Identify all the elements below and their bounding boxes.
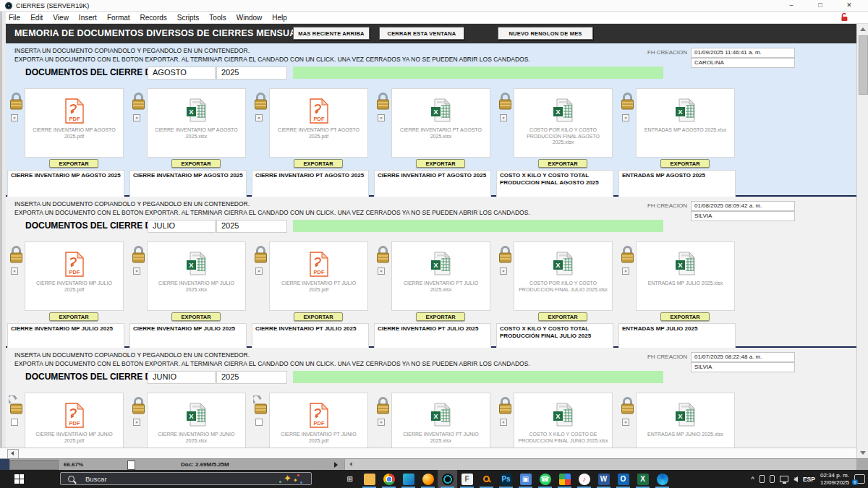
vertical-scrollbar[interactable]	[856, 24, 868, 458]
exportar-button[interactable]: EXPORTAR	[49, 312, 98, 321]
menu-item-window[interactable]: Window	[231, 14, 268, 22]
padlock-icon[interactable]	[498, 244, 513, 267]
padlock-icon[interactable]	[131, 91, 146, 114]
exportar-button[interactable]: EXPORTAR	[538, 159, 587, 168]
padlock-icon[interactable]	[131, 244, 146, 267]
start-button[interactable]	[14, 474, 24, 484]
year-field[interactable]: 2025	[216, 67, 287, 80]
remove-button[interactable]: ×	[622, 419, 629, 426]
document-container[interactable]: PDF X CIERRE INVENTARIO PT JUNIO 2025.pd…	[269, 393, 368, 448]
document-container[interactable]: PDF X CIERRE INVENTARIO PT AGOSTO 2025.x…	[391, 88, 490, 158]
month-field[interactable]: JUNIO	[148, 371, 216, 384]
google-meet-taskbar-icon[interactable]	[555, 470, 574, 488]
document-title-field[interactable]: CIERRE INVENTARIO MP AGOSTO 2025	[7, 170, 124, 200]
scroll-down-icon[interactable]	[860, 451, 866, 455]
document-title-field[interactable]: CIERRE INVENTARIO PT AGOSTO 2025	[374, 170, 491, 200]
firefox-taskbar-icon[interactable]	[418, 470, 438, 488]
photoshop-taskbar-icon[interactable]: Ps	[496, 470, 516, 488]
exportar-button[interactable]: EXPORTAR	[294, 159, 343, 168]
filemaker-taskbar-icon[interactable]	[438, 470, 457, 488]
month-field[interactable]: AGOSTO	[148, 67, 216, 80]
menu-item-edit[interactable]: Edit	[25, 14, 48, 22]
padlock-icon[interactable]	[131, 395, 146, 419]
document-container[interactable]: PDF X CIERRE INVENTARIO PT JULIO 2025.pd…	[269, 241, 368, 311]
padlock-icon[interactable]	[9, 395, 24, 419]
volume-icon[interactable]	[793, 476, 798, 482]
clock[interactable]: 02:34 p. m. 12/09/2025	[820, 472, 849, 486]
exportar-button[interactable]: EXPORTAR	[538, 312, 587, 321]
menu-item-view[interactable]: View	[48, 14, 74, 22]
padlock-icon[interactable]	[620, 91, 635, 114]
creation-user-field[interactable]: SILVIA	[691, 362, 795, 372]
status-scroll-thumb[interactable]	[9, 460, 59, 470]
padlock-icon[interactable]	[9, 91, 24, 114]
phone-icon[interactable]	[770, 475, 775, 483]
remove-button[interactable]: ×	[378, 114, 385, 121]
whatsapp-taskbar-icon[interactable]: ☎	[535, 470, 555, 488]
document-container[interactable]: PDF X ENTRADAS MP AGOSTO 2025.xlsx	[636, 88, 735, 158]
remove-button[interactable]: ×	[500, 267, 507, 275]
remove-button[interactable]: ×	[378, 267, 385, 275]
edge-taskbar-icon[interactable]	[652, 470, 672, 488]
padlock-icon[interactable]	[253, 244, 268, 267]
remove-button[interactable]: ×	[133, 419, 140, 426]
remove-button[interactable]: ×	[255, 267, 263, 275]
lock-checkbox[interactable]	[11, 419, 18, 426]
language-indicator[interactable]: ESP	[803, 476, 815, 483]
layout-unlock-icon[interactable]	[840, 12, 848, 25]
scroll-up-icon[interactable]	[860, 27, 866, 31]
menu-item-tools[interactable]: Tools	[204, 14, 231, 22]
exportar-button[interactable]: EXPORTAR	[171, 159, 221, 168]
document-title-field[interactable]: COSTO X KILO Y COSTO TOTAL PRODUCCION FI…	[496, 170, 613, 200]
photos-app-taskbar-icon[interactable]: ▣	[516, 470, 535, 488]
document-container[interactable]: PDF X COSTO POR KILO Y COSTO PRODUCCION …	[514, 88, 613, 158]
padlock-icon[interactable]	[498, 91, 513, 114]
taskbar-search[interactable]: Buscar ✦✦	[60, 472, 312, 485]
zoom-level[interactable]: 66.67%	[64, 461, 83, 468]
itunes-taskbar-icon[interactable]: ♪	[574, 470, 594, 488]
menu-item-help[interactable]: Help	[267, 14, 292, 22]
remove-button[interactable]: ×	[133, 267, 140, 275]
document-container[interactable]: PDF X COSTO POR KILO Y COSTO PRODUCCION …	[514, 241, 613, 311]
menu-item-records[interactable]: Records	[135, 14, 172, 22]
creation-datetime-field[interactable]: 01/09/2025 11:46:41 a. m.	[691, 48, 795, 58]
remove-button[interactable]: ×	[255, 114, 263, 121]
remove-button[interactable]: ×	[622, 267, 629, 275]
exportar-button[interactable]: EXPORTAR	[660, 159, 710, 168]
creation-user-field[interactable]: CAROLINA	[691, 58, 795, 68]
minimize-button[interactable]: –	[777, 0, 806, 12]
copilot-sparkle-icon[interactable]: ✦✦	[278, 473, 310, 486]
files-app-taskbar-icon[interactable]: F	[457, 470, 477, 488]
creation-user-field[interactable]: SILVIA	[691, 211, 795, 221]
task-view-taskbar-icon[interactable]: ⊞	[340, 470, 359, 488]
remove-button[interactable]: ×	[500, 419, 507, 426]
word-taskbar-icon[interactable]: W	[594, 470, 613, 488]
document-container[interactable]: PDF X CIERRE INVENTARIO MP AGOSTO 2025.p…	[25, 88, 124, 158]
year-field[interactable]: 2025	[216, 371, 287, 384]
document-container[interactable]: PDF X CIERRE INVENTARIO PT JULIO 2025.xl…	[391, 241, 490, 311]
exportar-button[interactable]: EXPORTAR	[416, 312, 465, 321]
menu-item-scripts[interactable]: Scripts	[172, 14, 205, 22]
document-container[interactable]: PDF X CIERRE INVENTARIO MP AGOSTO 2025.x…	[147, 88, 246, 158]
padlock-icon[interactable]	[253, 395, 268, 419]
status-scroll-track[interactable]	[344, 459, 856, 470]
padlock-icon[interactable]	[253, 91, 268, 114]
document-title-field[interactable]: ENTRADAS MP AGOSTO 2025	[618, 170, 736, 200]
month-field[interactable]: JULIO	[148, 220, 216, 233]
excel-taskbar-icon[interactable]: X	[633, 470, 652, 488]
document-container[interactable]: PDF X CIERRE INVENTARIO MP JULIO 2025.xl…	[147, 241, 246, 311]
hidden-icons-chevron[interactable]: ^	[751, 476, 754, 482]
document-container[interactable]: PDF X CIERRE INVENTARIO PT AGOSTO 2025.p…	[269, 88, 368, 158]
padlock-icon[interactable]	[375, 395, 391, 419]
scroll-left-button[interactable]	[7, 449, 19, 459]
lock-checkbox[interactable]	[255, 419, 263, 426]
document-container[interactable]: PDF X ENTRADAS MP JUNIO 2025.xlsx	[636, 393, 735, 448]
exportar-button[interactable]: EXPORTAR	[416, 159, 465, 168]
document-container[interactable]: PDF X CIERRE INVENTRAIO MP JUNIO 2025.pd…	[25, 393, 124, 448]
exportar-button[interactable]: EXPORTAR	[660, 312, 710, 321]
remove-button[interactable]: ×	[11, 114, 18, 121]
document-container[interactable]: PDF X CIERRE INVENTARIO PT JUNIO 2025.xl…	[391, 393, 490, 448]
outlook-taskbar-icon[interactable]: O	[613, 470, 633, 488]
network-icon[interactable]	[780, 476, 788, 482]
exportar-button[interactable]: EXPORTAR	[49, 159, 98, 168]
